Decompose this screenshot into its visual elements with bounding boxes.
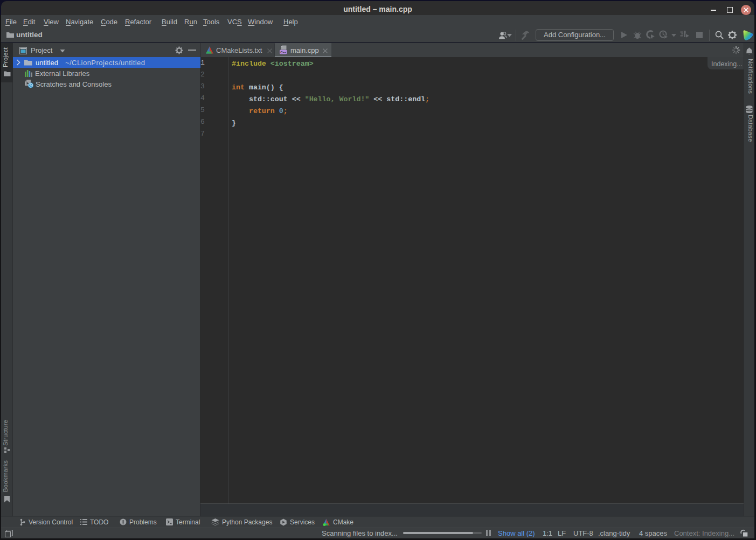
svg-text:C++: C++: [280, 51, 286, 54]
